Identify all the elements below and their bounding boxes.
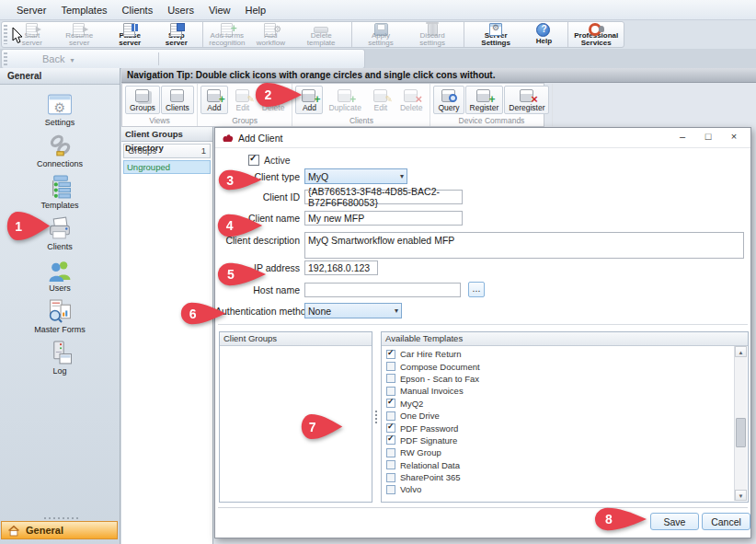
groups-view-icon	[133, 88, 152, 102]
template-row[interactable]: Manual Invoices	[383, 385, 735, 397]
ribbon-group-device-commands: QueryRegisterDeregister Device Commands	[430, 84, 553, 126]
callout-6: 6	[180, 302, 226, 325]
template-checkbox[interactable]	[386, 399, 395, 408]
mouse-cursor	[12, 28, 23, 44]
template-checkbox[interactable]	[386, 448, 395, 457]
discard-settings-button[interactable]: Discard settings	[406, 22, 464, 47]
add-forms-recognition-icon	[219, 23, 235, 31]
menu-users[interactable]: Users	[160, 2, 201, 18]
sidebar-item-settings[interactable]: ⚙ Settings	[14, 89, 106, 131]
menu-server[interactable]: Server	[9, 2, 53, 18]
settings-icon: ⚙	[46, 92, 74, 117]
edit-group-button[interactable]: Edit	[229, 86, 257, 114]
save-button[interactable]: Save	[650, 513, 699, 530]
maximize-button[interactable]: □	[695, 128, 721, 147]
client-id-input[interactable]: {AB766513-3F48-4D85-BAC2-B72F6F680053}	[304, 190, 463, 204]
scroll-up-icon[interactable]: ▲	[735, 346, 747, 357]
template-row[interactable]: PDF Signature	[383, 434, 735, 446]
template-row[interactable]: Volvo	[383, 483, 735, 495]
host-name-browse-button[interactable]: ...	[468, 282, 485, 297]
sidebar-item-log[interactable]: Log	[14, 338, 106, 379]
cancel-button[interactable]: Cancel	[702, 513, 750, 530]
query-device-button[interactable]: Query	[433, 86, 464, 114]
add-group-button[interactable]: Add	[200, 86, 228, 114]
delete-template-button[interactable]: Delete template	[294, 22, 352, 47]
template-row[interactable]: Compose Document	[383, 360, 735, 372]
template-checkbox[interactable]	[386, 485, 395, 494]
template-checkbox[interactable]	[386, 423, 395, 433]
groups-list-header[interactable]: Groups 1	[123, 144, 211, 158]
auth-method-dropdown[interactable]: None▾	[304, 303, 402, 318]
client-groups-panel-title: Client Groups	[220, 332, 372, 346]
template-checkbox[interactable]	[386, 374, 395, 383]
template-row[interactable]: RW Group	[383, 446, 735, 458]
pause-server-button[interactable]: Pause server	[106, 22, 155, 47]
template-row[interactable]: Relational Data	[383, 459, 735, 471]
sidebar-item-connections[interactable]: Connections	[14, 131, 106, 172]
menu-help[interactable]: Help	[238, 2, 274, 18]
deregister-device-button[interactable]: Deregister	[504, 86, 549, 114]
delete-template-icon	[313, 23, 329, 31]
register-device-button[interactable]: Register	[465, 86, 504, 114]
callout-3: 3	[218, 169, 262, 191]
minimize-button[interactable]: –	[670, 128, 695, 147]
server-settings-button[interactable]: Server Settings	[468, 22, 524, 47]
template-checkbox[interactable]	[386, 460, 395, 469]
client-type-dropdown[interactable]: MyQ▾	[304, 168, 407, 184]
dialog-title-bar[interactable]: Add Client – □ ×	[215, 128, 750, 148]
client-description-input[interactable]: MyQ Smartworkflow enabled MFP	[304, 232, 744, 259]
template-checkbox[interactable]	[386, 387, 395, 396]
menu-clients[interactable]: Clients	[115, 2, 161, 18]
toolbar-grip[interactable]	[4, 52, 7, 65]
templates-scrollbar[interactable]: ▲ ▼	[734, 346, 747, 501]
groups-view-button[interactable]: Groups	[125, 86, 160, 114]
template-checkbox[interactable]	[386, 435, 395, 445]
template-checkbox[interactable]	[386, 473, 395, 482]
group-row[interactable]: Ungrouped	[123, 160, 211, 174]
template-checkbox[interactable]	[386, 350, 395, 359]
client-name-input[interactable]: My new MFP	[304, 211, 463, 226]
template-row[interactable]: Car Hire Return	[383, 348, 735, 360]
edit-client-button[interactable]: Edit	[367, 86, 395, 114]
add-workflow-icon	[262, 23, 279, 31]
duplicate-client-button[interactable]: Duplicate	[324, 86, 365, 114]
server-settings-icon	[487, 23, 504, 31]
sidebar-item-master-forms[interactable]: Master Forms	[14, 296, 106, 338]
ip-address-input[interactable]: 192,168.0.123	[304, 260, 378, 275]
stop-server-button[interactable]: Stop server	[155, 22, 203, 47]
sidebar-item-users[interactable]: Users	[14, 255, 106, 296]
close-button[interactable]: ×	[721, 128, 747, 147]
discard-settings-icon	[424, 23, 441, 31]
clients-ribbon: GroupsClients Views AddEditDelete Groups…	[121, 83, 544, 127]
scroll-down-icon[interactable]: ▼	[735, 490, 747, 501]
delete-client-button[interactable]: Delete	[395, 86, 428, 114]
back-button[interactable]: Back▾	[35, 52, 81, 66]
template-row[interactable]: One Drive	[383, 410, 735, 422]
toolbar-grip[interactable]	[4, 25, 7, 44]
template-row[interactable]: SharePoint 365	[383, 471, 735, 483]
clients-view-button[interactable]: Clients	[161, 86, 194, 114]
groups-count: 1	[201, 145, 206, 157]
apply-settings-button[interactable]: Apply settings	[356, 22, 405, 47]
template-checkbox[interactable]	[386, 411, 395, 421]
ribbon-group-caption: Device Commands	[430, 116, 552, 126]
template-checkbox[interactable]	[386, 362, 395, 371]
help-button[interactable]: Help	[523, 22, 568, 47]
resume-server-button[interactable]: Resume server	[53, 22, 106, 47]
add-workflow-button[interactable]: Add workflow	[247, 22, 294, 47]
add-forms-recognition-button[interactable]: Add forms recognition	[207, 22, 247, 47]
professional-services-button[interactable]: Professional Services	[572, 22, 620, 47]
sidebar-item-templates[interactable]: Templates	[14, 172, 106, 214]
sidebar-splitter[interactable]	[0, 515, 119, 520]
active-checkbox[interactable]	[248, 155, 259, 166]
query-device-icon	[440, 88, 458, 102]
panel-splitter[interactable]	[373, 331, 378, 503]
host-name-input[interactable]	[304, 283, 461, 297]
template-row[interactable]: MyQ2	[383, 398, 735, 410]
template-row[interactable]: PDF Password	[383, 422, 735, 434]
template-row[interactable]: Epson - Scan to Fax	[383, 373, 735, 385]
scrollbar-thumb[interactable]	[736, 418, 746, 447]
menu-view[interactable]: View	[201, 2, 238, 18]
menu-templates[interactable]: Templates	[53, 2, 114, 18]
sidebar-footer-general[interactable]: General	[1, 521, 118, 539]
